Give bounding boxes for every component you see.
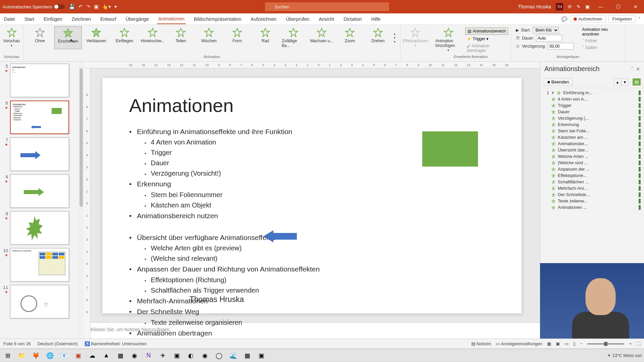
app8-icon[interactable]: ▣	[256, 351, 267, 361]
sync-icon[interactable]: ⟳	[568, 4, 572, 9]
anim-item-7[interactable]: Kästchen am ...	[542, 134, 643, 140]
add-animation-button[interactable]: Animation hinzufügen▼	[433, 26, 463, 52]
pane-close-icon[interactable]: ✕	[636, 66, 640, 72]
zoom-slider[interactable]	[587, 343, 624, 345]
tab-zeichnen[interactable]: Zeichnen	[70, 14, 93, 24]
tab-aufzeichnen[interactable]: Aufzeichnen	[249, 14, 278, 24]
redo-icon[interactable]: ↷	[86, 4, 91, 10]
animation-drehen[interactable]: Drehen	[364, 26, 392, 49]
anim-item-6[interactable]: Stern bei Folie...	[542, 128, 643, 134]
obs-icon[interactable]: ◐	[185, 351, 197, 361]
app2-icon[interactable]: ▦	[115, 351, 126, 361]
autosave-toggle[interactable]: Automatisches Speichern	[3, 4, 65, 9]
app7-icon[interactable]: ▦	[241, 351, 253, 361]
animation-zuflligeba[interactable]: Zufällige Ba...	[280, 26, 307, 49]
trigger-button[interactable]: ⚡ Trigger ▾	[465, 36, 508, 42]
weather-widget[interactable]: ☀ 13°C Meist son	[607, 353, 642, 358]
collapse-ribbon-icon[interactable]: ˅	[638, 16, 641, 22]
tab-entwurf[interactable]: Entwurf	[99, 14, 117, 24]
anim-item-10[interactable]: Welche Arten ...	[542, 153, 643, 160]
notes-toggle[interactable]: ▤ Notizen	[471, 341, 491, 346]
tab-animationen[interactable]: Animationen	[157, 14, 186, 24]
language-indicator[interactable]: Deutsch (Österreich)	[38, 341, 78, 346]
slide-title[interactable]: Animationen	[129, 95, 495, 116]
animation-einfliegen[interactable]: Einfliegen	[111, 26, 138, 49]
edge-icon[interactable]: 🌊	[227, 351, 239, 361]
slideshow-view-icon[interactable]: ▯	[573, 341, 576, 346]
move-down-icon[interactable]: ▼	[621, 78, 629, 86]
animation-gallery[interactable]: OhneErscheinenVerblassenEinfliegenHinein…	[26, 26, 392, 49]
start-select[interactable]: Beim Klicken	[533, 27, 559, 34]
window-icon[interactable]: ▣	[585, 4, 590, 9]
animation-zoom[interactable]: Zoom	[336, 26, 364, 49]
maximize-button[interactable]: ☐	[612, 4, 625, 9]
display-settings[interactable]: ▭ Anzeigeeinstellungen	[496, 341, 542, 346]
tab-datei[interactable]: Datei	[3, 14, 16, 24]
animation-wischen[interactable]: Wischen	[195, 26, 223, 49]
present-icon[interactable]: ▣	[94, 4, 99, 10]
telegram-icon[interactable]: ✈	[157, 351, 168, 361]
slide-thumbnails[interactable]: 5★Animationen• ...• ...6★Animationen• Ei…	[0, 62, 84, 339]
tab-überprüfen[interactable]: Überprüfen	[284, 14, 311, 24]
anim-item-8[interactable]: Animationsbe...	[542, 140, 643, 147]
animation-verblassen[interactable]: Verblassen	[83, 26, 110, 49]
tab-start[interactable]: Start	[23, 14, 36, 24]
animation-ohne[interactable]: Ohne	[26, 26, 54, 49]
zoom-out-icon[interactable]: −	[580, 341, 583, 346]
save-icon[interactable]: 💾	[69, 4, 75, 10]
powerpoint-icon[interactable]: ▣	[72, 351, 84, 361]
sorter-view-icon[interactable]: ▣	[556, 341, 560, 346]
anim-item-18[interactable]: Animationen ...	[542, 204, 643, 210]
username[interactable]: Thomas Hruska	[518, 4, 551, 9]
anim-item-1[interactable]: 4 Arten von A...	[542, 96, 643, 102]
animation-hineinschw[interactable]: Hineinschw...	[139, 26, 166, 49]
onenote-icon[interactable]: N	[143, 351, 154, 361]
search-input[interactable]	[265, 2, 389, 11]
undo-icon[interactable]: ↶	[78, 4, 83, 10]
minimize-button[interactable]: —	[594, 4, 607, 9]
move-up-icon[interactable]: ▲	[614, 78, 621, 86]
duration-input[interactable]	[536, 35, 562, 42]
thumbnail-10[interactable]: 10★Creating and Customizing...	[2, 248, 82, 282]
thumbnail-9[interactable]: 9★	[2, 211, 82, 245]
preview-button[interactable]: Vorschau▼	[1, 26, 22, 49]
anim-item-4[interactable]: Verzögerung (...	[542, 115, 643, 121]
chrome-icon[interactable]: 🌐	[44, 351, 56, 361]
anim-item-0[interactable]: 1🖱Einführung in...	[542, 89, 643, 96]
vlc-icon[interactable]: ▲	[101, 351, 112, 361]
anim-item-16[interactable]: Der Schnellste...	[542, 191, 643, 198]
tab-einfügen[interactable]: Einfügen	[42, 14, 63, 24]
animation-pane-button[interactable]: ▤ Animationsbereich	[465, 27, 508, 35]
slide-canvas[interactable]: Animationen Einführung in Animationseffe…	[102, 78, 522, 313]
outlook-icon[interactable]: 📧	[58, 351, 70, 361]
animation-form[interactable]: Form	[223, 26, 251, 49]
anim-item-2[interactable]: Trigger	[542, 102, 643, 109]
animation-wachsenu[interactable]: Wachsen u...	[308, 26, 335, 49]
animation-teilen[interactable]: Teilen	[167, 26, 195, 49]
thumbnail-8[interactable]: 8★	[2, 174, 82, 208]
tab-übergänge[interactable]: Übergänge	[124, 14, 150, 24]
anim-item-11[interactable]: (Welche sind ...	[542, 160, 643, 166]
delay-input[interactable]	[548, 43, 574, 50]
app5-icon[interactable]: ◉	[199, 351, 211, 361]
anim-item-15[interactable]: Mehrfach-Ani...	[542, 185, 643, 191]
user-avatar[interactable]: TH	[556, 3, 563, 10]
tab-hilfe[interactable]: Hilfe	[370, 14, 382, 24]
anim-item-17[interactable]: Texte zeilenw...	[542, 198, 643, 204]
thumbnail-11[interactable]: 11★♡	[2, 285, 82, 318]
tab-bildschirmpräsentation[interactable]: Bildschirmpräsentation	[193, 14, 243, 24]
draw-icon[interactable]: ✎	[577, 4, 581, 9]
animation-erscheinen[interactable]: Erscheinen	[54, 26, 82, 49]
app-icon[interactable]: ☁	[87, 351, 98, 361]
animation-rad[interactable]: Rad	[252, 26, 279, 49]
pane-options-icon[interactable]: ˅	[631, 66, 633, 72]
anim-item-13[interactable]: Effektoptione...	[542, 172, 643, 179]
accessibility-indicator[interactable]: ♿ Barrierefreiheit: Untersuchen	[85, 341, 147, 346]
start-button[interactable]: ⊞	[2, 351, 13, 361]
anim-item-14[interactable]: Schaltflächen ...	[542, 179, 643, 185]
app4-icon[interactable]: ▣	[171, 351, 182, 361]
blue-arrow-shape[interactable]	[263, 230, 297, 242]
zoom-in-icon[interactable]: +	[629, 341, 632, 346]
app6-icon[interactable]: ◯	[213, 351, 225, 361]
explorer-icon[interactable]: 📁	[16, 351, 28, 361]
